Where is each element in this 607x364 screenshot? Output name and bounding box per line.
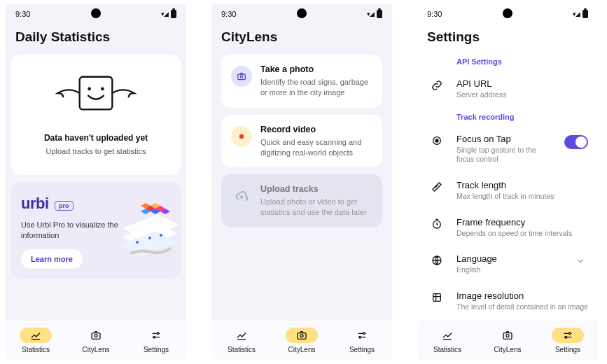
promo-pill: pro (55, 201, 74, 211)
setting-focus-on-tap[interactable]: Focus on Tap Single tap gesture to the f… (417, 128, 598, 174)
nav-settings[interactable]: Settings (337, 328, 386, 354)
action-title: Record video (260, 125, 372, 134)
ruler-icon (427, 180, 447, 192)
setting-track-length[interactable]: Track length Max length of track in minu… (417, 174, 598, 211)
svg-point-2 (102, 88, 103, 90)
section-api-settings: API Settings (417, 55, 598, 73)
nav-settings-label: Settings (144, 346, 169, 354)
nav-statistics-label: Statistics (228, 346, 256, 354)
page-title: Daily Statistics (6, 24, 186, 55)
target-icon (427, 134, 447, 146)
battery-icon (582, 10, 588, 18)
nav-citylens-label: CityLens (83, 346, 110, 354)
signal-icon: ▾◢ (573, 10, 580, 18)
chart-line-icon (442, 330, 453, 341)
screen-citylens: 9:30 ▾◢ CityLens Take a photo Identify t… (211, 4, 392, 360)
camera-icon (231, 66, 252, 87)
status-time: 9:30 (427, 10, 442, 18)
nav-statistics[interactable]: Statistics (423, 328, 472, 354)
promo-brand: urbi (21, 195, 49, 212)
sliders-icon (356, 330, 368, 341)
empty-state-subtitle: Upload tracks to get statistics (46, 147, 146, 155)
promo-card[interactable]: urbi pro Use Urbi Pro to visualize the i… (11, 182, 181, 279)
record-icon (231, 126, 252, 147)
bottom-navbar: Statistics CityLens Settings (6, 321, 186, 360)
setting-title: Frame frequency (456, 217, 588, 227)
statusbar: 9:30 ▾◢ (417, 4, 598, 24)
svg-rect-0 (80, 77, 113, 110)
shrug-face-icon (47, 71, 145, 123)
nav-citylens-label: CityLens (494, 346, 522, 354)
setting-sub: English (456, 265, 566, 275)
screen-settings: 9:30 ▾◢ Settings API Settings API URL Se… (417, 4, 598, 360)
setting-api-url[interactable]: API URL Server address (417, 73, 598, 110)
setting-sub: Server address (456, 90, 588, 100)
statusbar: 9:30 ▾◢ (6, 4, 186, 24)
nav-citylens-label: CityLens (288, 346, 316, 354)
nav-statistics[interactable]: Statistics (217, 328, 266, 354)
camera-icon (90, 330, 102, 341)
svg-point-18 (157, 332, 159, 335)
nav-citylens[interactable]: CityLens (483, 328, 532, 354)
svg-point-17 (95, 334, 97, 337)
svg-point-15 (160, 234, 162, 237)
status-right: ▾◢ (161, 10, 176, 18)
setting-sub: Max length of track in minutes (456, 192, 588, 202)
setting-frame-frequency[interactable]: Frame frequency Depends on speed or time… (417, 211, 598, 248)
setting-language[interactable]: Language English (417, 248, 598, 285)
page-title: CityLens (211, 24, 392, 55)
nav-citylens[interactable]: CityLens (71, 328, 120, 354)
svg-rect-20 (238, 74, 246, 80)
action-title: Upload tracks (260, 184, 372, 194)
svg-rect-33 (503, 332, 512, 339)
status-right: ▾◢ (573, 10, 588, 18)
action-title: Take a photo (260, 64, 372, 74)
svg-point-35 (568, 332, 571, 335)
svg-point-21 (240, 76, 243, 78)
setting-title: Track length (456, 180, 588, 190)
svg-point-36 (565, 336, 567, 338)
action-desc: Quick and easy scanning and digitizing r… (260, 137, 372, 158)
nav-citylens[interactable]: CityLens (277, 328, 326, 354)
status-time: 9:30 (15, 10, 30, 18)
setting-sub: The level of detail contained in an imag… (456, 302, 588, 312)
battery-icon (377, 10, 382, 18)
focus-toggle[interactable] (564, 135, 588, 149)
svg-point-13 (136, 241, 139, 244)
nav-statistics-label: Statistics (433, 346, 461, 354)
nav-settings-label: Settings (349, 346, 375, 354)
page-title: Settings (417, 24, 598, 55)
nav-settings[interactable]: Settings (132, 328, 181, 354)
setting-image-resolution[interactable]: Image resolution The level of detail con… (417, 285, 598, 321)
svg-point-22 (239, 134, 244, 138)
promo-art-icon (102, 186, 181, 270)
learn-more-button[interactable]: Learn more (21, 249, 83, 269)
action-take-photo[interactable]: Take a photo Identify the road signs, ga… (221, 55, 382, 108)
empty-state-card: Data haven't uploaded yet Upload tracks … (11, 55, 181, 175)
nav-settings-label: Settings (555, 346, 580, 354)
svg-rect-23 (298, 332, 306, 339)
svg-point-25 (363, 332, 365, 335)
bottom-navbar: Statistics CityLens Settings (417, 321, 598, 360)
setting-sub: Depends on speed or time intervals (456, 229, 588, 239)
setting-title: API URL (456, 78, 588, 89)
globe-icon (427, 253, 447, 266)
bottom-navbar: Statistics CityLens Settings (211, 321, 392, 360)
svg-rect-31 (433, 294, 441, 302)
action-desc: Identify the road signs, garbage or more… (260, 77, 372, 98)
nav-statistics[interactable]: Statistics (11, 328, 60, 354)
svg-point-24 (300, 334, 303, 337)
image-resolution-icon (427, 290, 447, 303)
chevron-down-icon (575, 253, 588, 269)
chart-line-icon (30, 330, 41, 341)
link-icon (427, 78, 447, 91)
svg-point-28 (435, 139, 438, 142)
timer-icon (427, 217, 447, 230)
action-record-video[interactable]: Record video Quick and easy scanning and… (221, 115, 382, 168)
setting-title: Image resolution (456, 290, 588, 301)
camera-hole-icon (297, 8, 307, 18)
camera-icon (296, 330, 307, 341)
nav-settings[interactable]: Settings (543, 328, 592, 354)
action-upload-tracks: Upload tracks Upload photo or video to g… (221, 174, 382, 227)
svg-rect-16 (92, 332, 100, 339)
